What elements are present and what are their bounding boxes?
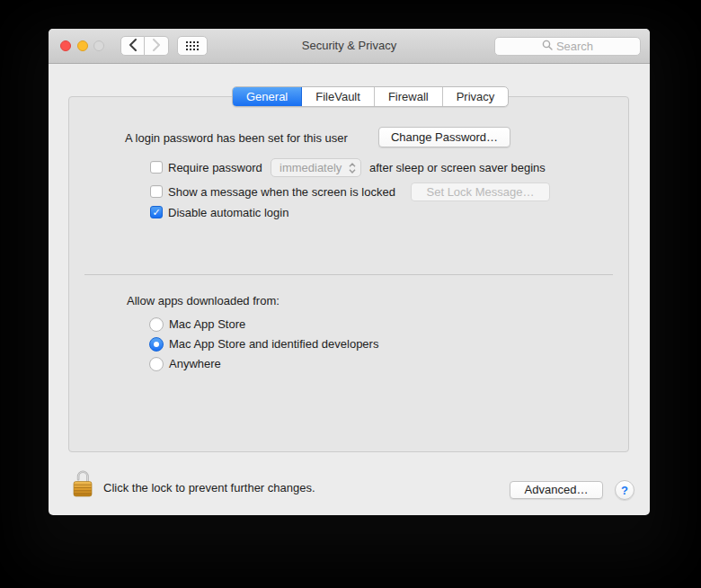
radio-identified-developers[interactable]	[149, 337, 164, 352]
chevron-right-icon	[152, 39, 161, 54]
minimize-button[interactable]	[77, 40, 88, 51]
gatekeeper-option-row: Mac App Store	[69, 317, 628, 332]
radio-mac-app-store[interactable]	[149, 317, 164, 332]
auto-login-row: ✓ Disable automatic login	[69, 203, 628, 221]
help-button[interactable]: ?	[615, 480, 634, 500]
gatekeeper-option-row: Mac App Store and identified developers	[69, 337, 628, 352]
close-button[interactable]	[60, 40, 71, 51]
require-password-row: Require password immediately after sleep…	[69, 158, 628, 177]
disable-auto-login-checkbox[interactable]: ✓	[150, 206, 163, 218]
title-bar: Security & Privacy	[49, 29, 650, 64]
lock-message-row: Show a message when the screen is locked…	[69, 183, 628, 201]
section-divider	[84, 274, 613, 275]
gatekeeper-option-row: Anywhere	[69, 357, 628, 371]
search-placeholder: Search	[556, 40, 593, 53]
back-button[interactable]	[120, 36, 145, 56]
show-all-preferences-button[interactable]	[177, 36, 208, 56]
require-password-label[interactable]: Require password	[168, 158, 262, 177]
gatekeeper-heading: Allow apps downloaded from:	[127, 294, 280, 307]
show-message-checkbox[interactable]	[150, 185, 163, 198]
general-pane: A login password has been set for this u…	[68, 96, 629, 452]
set-lock-message-button[interactable]: Set Lock Message…	[411, 183, 550, 201]
password-status-label: A login password has been set for this u…	[125, 131, 348, 145]
security-privacy-window: Security & Privacy	[49, 29, 650, 515]
grid-icon	[186, 40, 199, 53]
search-icon	[542, 40, 553, 53]
chevron-left-icon	[129, 39, 138, 54]
tab-filevault[interactable]: FileVault	[302, 87, 375, 106]
tab-bar: General FileVault Firewall Privacy	[232, 86, 509, 107]
disable-auto-login-label[interactable]: Disable automatic login	[168, 203, 288, 222]
search-input[interactable]: Search	[494, 37, 641, 56]
radio-anywhere[interactable]	[149, 357, 164, 371]
sleep-delay-popup[interactable]: immediately	[271, 158, 361, 177]
advanced-button[interactable]: Advanced…	[510, 481, 603, 499]
show-message-label[interactable]: Show a message when the screen is locked	[168, 183, 395, 201]
radio-mac-app-store-label[interactable]: Mac App Store	[169, 317, 245, 332]
zoom-button-disabled[interactable]	[93, 40, 104, 51]
tab-general[interactable]: General	[233, 87, 302, 106]
sleep-delay-value: immediately	[280, 161, 342, 174]
tab-firewall[interactable]: Firewall	[375, 87, 443, 106]
radio-dot-icon	[154, 342, 159, 347]
radio-anywhere-label[interactable]: Anywhere	[169, 357, 221, 371]
unlocked-lock-icon[interactable]	[72, 469, 93, 500]
radio-identified-developers-label[interactable]: Mac App Store and identified developers	[169, 337, 378, 352]
require-password-suffix-label: after sleep or screen saver begins	[369, 158, 546, 177]
nav-button-group	[120, 36, 169, 56]
lock-hint-label: Click the lock to prevent further change…	[103, 481, 315, 495]
forward-button[interactable]	[145, 36, 169, 56]
require-password-checkbox[interactable]	[150, 161, 163, 174]
popup-chevrons-icon	[349, 163, 356, 174]
change-password-button[interactable]: Change Password…	[378, 127, 510, 147]
tab-privacy[interactable]: Privacy	[443, 87, 509, 106]
checkmark-icon: ✓	[152, 207, 160, 218]
